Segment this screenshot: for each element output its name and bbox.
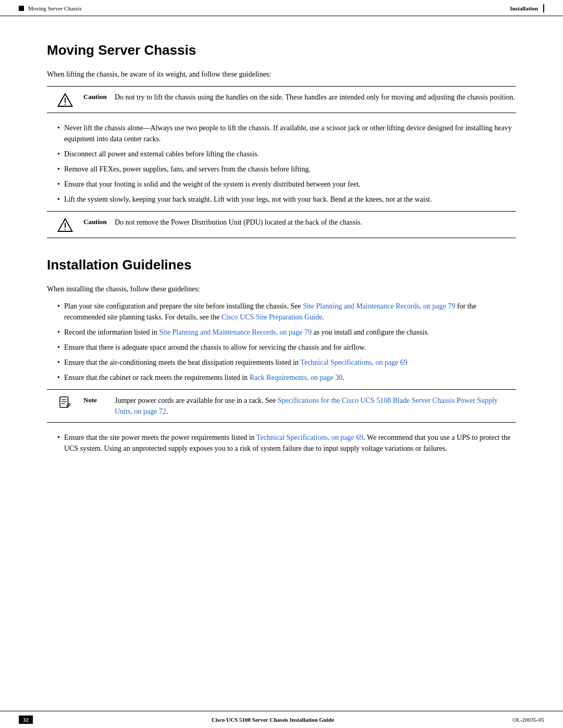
caution-block-2: Caution Do not remove the Power Distribu… [47,211,516,238]
caution1-warning-icon [57,93,73,107]
page-number: 32 [19,715,33,724]
caution2-label: Caution [83,217,115,226]
note-text-suffix: . [166,408,168,415]
bullet2-prefix: Record the information listed in [64,328,159,336]
bullet-dot: • [57,327,60,338]
section1-bullet-list: • Never lift the chassis alone—Always us… [57,122,516,205]
bullet6-text: Ensure that the site power meets the pow… [64,432,516,454]
caution2-icon-col [47,217,83,232]
header-right: Installation [510,4,544,13]
caution1-label: Caution [83,92,115,101]
caution-block-1: Caution Do not try to lift the chassis u… [47,86,516,113]
bullet-dot: • [57,179,60,190]
header-square-icon [19,6,24,11]
footer-center: Cisco UCS 5108 Server Chassis Installati… [212,717,334,723]
bullet-dot: • [57,164,60,175]
header-chapter-label: Installation [510,5,538,11]
bullet-item: • Plan your site configuration and prepa… [57,301,516,323]
bullet1-link2[interactable]: Cisco UCS Site Preparation Guide [222,313,323,321]
bullet-dot: • [57,432,60,443]
bullet-item: • Ensure that the cabinet or rack meets … [57,372,516,383]
bullet5-suffix: . [342,374,345,381]
page-footer: 32 Cisco UCS 5108 Server Chassis Install… [0,711,563,728]
header-section-label: Moving Server Chassis [28,5,82,11]
note-icon-col [47,395,83,411]
bullet-item: • Ensure that the site power meets the p… [57,432,516,454]
bullet6-link[interactable]: Technical Specifications, on page 69 [256,434,363,441]
bullet-dot: • [57,122,60,133]
bullet4-text: Ensure that the air-conditioning meets t… [64,357,516,368]
bullet2-suffix: as you install and configure the chassis… [312,328,430,336]
footer-right: OL-20035-05 [512,717,544,723]
bullet-text: Remove all FEXes, power supplies, fans, … [64,164,516,175]
note-label: Note [83,395,115,404]
bullet5-link[interactable]: Rack Requirements, on page 30 [250,374,342,381]
bullet2-link[interactable]: Site Planning and Maintenance Records, o… [159,328,311,336]
svg-point-2 [65,104,66,105]
bullet-item: • Remove all FEXes, power supplies, fans… [57,164,516,175]
bullet1-prefix: Plan your site configuration and prepare… [64,302,303,310]
bullet1-link1[interactable]: Site Planning and Maintenance Records, o… [303,302,455,310]
bullet6-prefix: Ensure that the site power meets the pow… [64,434,256,441]
note-text: Jumper power cords are available for use… [115,395,516,417]
caution1-icon-col [47,92,83,107]
bullet-item: • Never lift the chassis alone—Always us… [57,122,516,144]
bullet-item: • Ensure that the air-conditioning meets… [57,357,516,368]
bullet-text: Lift the system slowly, keeping your bac… [64,194,516,205]
note-block: Note Jumper power cords are available fo… [47,389,516,423]
bullet-dot: • [57,149,60,159]
bullet-text: Never lift the chassis alone—Always use … [64,122,516,144]
caution2-text: Do not remove the Power Distribution Uni… [115,217,516,228]
bullet-item: • Record the information listed in Site … [57,327,516,338]
section1-intro: When lifting the chassis, be aware of it… [47,69,516,80]
bullet-dot: • [57,194,60,205]
bullet5-prefix: Ensure that the cabinet or rack meets th… [64,374,250,381]
bullet5-text: Ensure that the cabinet or rack meets th… [64,372,516,383]
header-divider [543,4,544,13]
bullet-text: Ensure that your footing is solid and th… [64,179,516,190]
section2-intro: When installing the chassis, follow thes… [47,283,516,294]
section2-title: Installation Guidelines [47,257,516,273]
section1-title: Moving Server Chassis [47,42,516,58]
bullet3-text: Ensure that there is adequate space arou… [64,342,516,353]
caution1-text: Do not try to lift the chassis using the… [115,92,516,103]
page-header: Moving Server Chassis Installation [0,0,563,16]
section2-bullet-list-2: • Ensure that the site power meets the p… [57,432,516,454]
bullet-item: • Disconnect all power and external cabl… [57,149,516,159]
main-content: Moving Server Chassis When lifting the c… [0,16,563,491]
bullet-dot: • [57,357,60,368]
bullet-dot: • [57,372,60,383]
bullet4-link[interactable]: Technical Specifications, on page 69 [300,359,407,366]
section2-bullet-list: • Plan your site configuration and prepa… [57,301,516,383]
caution2-warning-icon [57,218,73,232]
footer-left: 32 [19,715,33,724]
bullet4-prefix: Ensure that the air-conditioning meets t… [64,359,300,366]
note-text-prefix: Jumper power cords are available for use… [115,397,278,404]
bullet1-suffix: . [322,313,324,321]
bullet-text: Disconnect all power and external cables… [64,149,516,159]
bullet1-text: Plan your site configuration and prepare… [64,301,516,323]
bullet-item: • Lift the system slowly, keeping your b… [57,194,516,205]
bullet2-text: Record the information listed in Site Pl… [64,327,516,338]
bullet-dot: • [57,342,60,353]
svg-point-5 [65,229,66,230]
bullet-dot: • [57,301,60,312]
bullet-item: • Ensure that there is adequate space ar… [57,342,516,353]
bullet-item: • Ensure that your footing is solid and … [57,179,516,190]
note-pencil-icon [57,396,73,411]
